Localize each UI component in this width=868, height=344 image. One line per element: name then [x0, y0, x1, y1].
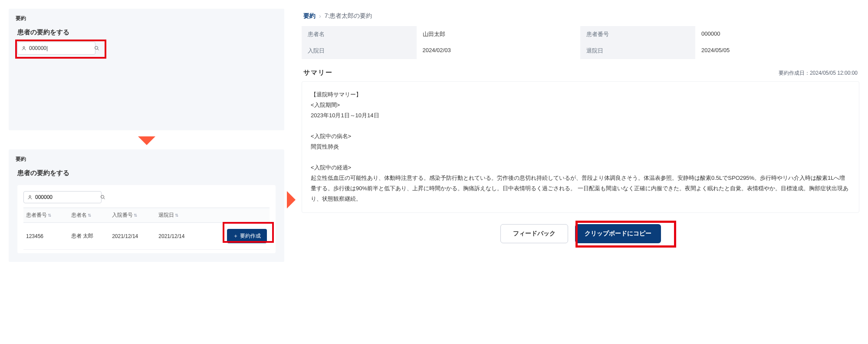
svg-line-5: [104, 198, 105, 199]
summary-panel-results: 要約 患者の要約をする 患者番号⇅ 患者名⇅: [9, 149, 284, 262]
info-label-name: 患者名: [302, 26, 417, 43]
info-label-admit: 入院日: [302, 43, 417, 59]
search-icon[interactable]: [94, 46, 99, 51]
summary-body: 【退院時サマリー】 <入院期間> 2023年10月1日～10月14日 <入院中の…: [302, 81, 859, 213]
info-value-discharge: 2024/05/05: [695, 43, 859, 59]
col-header-admit[interactable]: 入院番号⇅: [109, 208, 156, 223]
panel-subtitle: 患者の要約をする: [9, 167, 284, 182]
person-icon: [21, 46, 26, 51]
svg-point-1: [95, 46, 98, 50]
col-header-id[interactable]: 患者番号⇅: [23, 208, 69, 223]
patient-search-field[interactable]: [17, 42, 95, 55]
breadcrumb-root[interactable]: 要約: [303, 12, 316, 20]
search-icon[interactable]: [100, 195, 105, 200]
sort-icon: ⇅: [48, 213, 51, 218]
results-card: 患者番号⇅ 患者名⇅ 入院番号⇅ 退院日⇅ 123456 患者 太郎 2021/…: [17, 185, 276, 253]
svg-line-2: [98, 49, 99, 50]
sort-icon: ⇅: [88, 213, 91, 218]
col-header-discharge[interactable]: 退院日⇅: [156, 208, 202, 223]
info-value-number: 000000: [695, 26, 859, 43]
breadcrumb-item: 7:患者太郎の要約: [325, 12, 372, 20]
patient-search-field[interactable]: [23, 191, 102, 203]
cell-admit: 2021/12/14: [109, 223, 156, 250]
sort-icon: ⇅: [175, 213, 178, 218]
search-input[interactable]: [29, 45, 94, 51]
arrow-right-icon: [287, 191, 296, 208]
search-input[interactable]: [35, 194, 100, 200]
panel-subtitle: 患者の要約をする: [9, 26, 284, 42]
plus-icon: ＋: [233, 232, 238, 240]
summary-title: サマリー: [303, 69, 333, 77]
chevron-right-icon: ›: [319, 13, 321, 20]
info-label-number: 患者番号: [580, 26, 695, 43]
panel-title: 要約: [9, 9, 284, 26]
cell-name: 患者 太郎: [69, 223, 109, 250]
summary-created-date: 要約作成日：2024/05/05 12:00:00: [779, 69, 858, 77]
panel-title: 要約: [9, 149, 284, 167]
patient-results-table: 患者番号⇅ 患者名⇅ 入院番号⇅ 退院日⇅ 123456 患者 太郎 2021/…: [23, 208, 270, 250]
sort-icon: ⇅: [134, 213, 137, 218]
info-value-admit: 2024/02/03: [417, 43, 581, 59]
cell-discharge: 2021/12/14: [156, 223, 202, 250]
summary-panel-search: 要約 患者の要約をする: [9, 9, 284, 130]
cell-id: 123456: [23, 223, 69, 250]
table-row: 123456 患者 太郎 2021/12/14 2021/12/14 ＋ 要約作…: [23, 223, 270, 250]
copy-clipboard-button[interactable]: クリップボードにコピー: [575, 224, 661, 243]
svg-point-3: [29, 195, 31, 197]
breadcrumb: 要約 › 7:患者太郎の要約: [302, 9, 859, 26]
arrow-down-icon: [138, 136, 155, 145]
info-value-name: 山田太郎: [417, 26, 581, 43]
feedback-button[interactable]: フィードバック: [500, 224, 568, 243]
create-button-label: 要約作成: [240, 232, 261, 240]
create-summary-button[interactable]: ＋ 要約作成: [227, 229, 267, 243]
info-label-discharge: 退院日: [580, 43, 695, 59]
person-icon: [27, 195, 33, 200]
patient-info-grid: 患者名 山田太郎 患者番号 000000 入院日 2024/02/03 退院日 …: [302, 26, 859, 59]
col-header-name[interactable]: 患者名⇅: [69, 208, 109, 223]
svg-point-4: [101, 195, 104, 198]
svg-point-0: [23, 46, 25, 48]
